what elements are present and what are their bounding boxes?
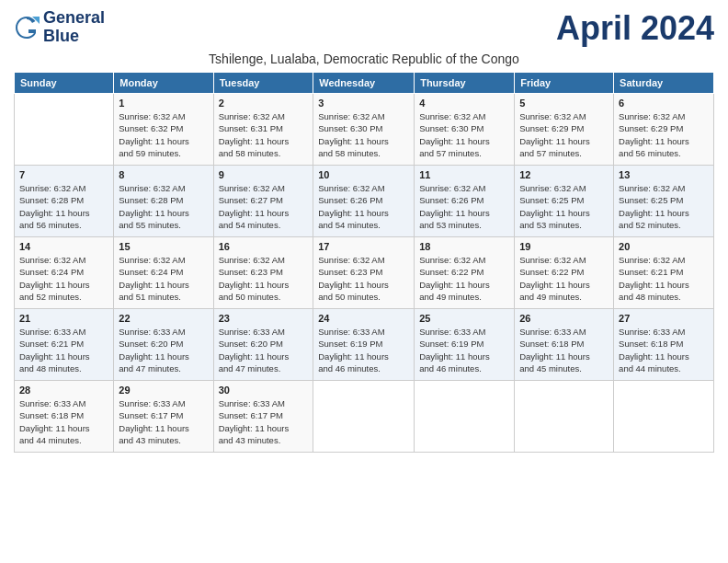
calendar-week-row: 14Sunrise: 6:32 AM Sunset: 6:24 PM Dayli… bbox=[15, 237, 714, 309]
day-number: 16 bbox=[219, 241, 309, 252]
day-number: 7 bbox=[19, 169, 108, 180]
day-info: Sunrise: 6:33 AM Sunset: 6:20 PM Dayligh… bbox=[219, 326, 309, 374]
calendar-cell bbox=[515, 381, 614, 453]
day-info: Sunrise: 6:32 AM Sunset: 6:31 PM Dayligh… bbox=[219, 110, 309, 159]
day-info: Sunrise: 6:32 AM Sunset: 6:28 PM Dayligh… bbox=[19, 182, 108, 231]
weekday-header-tuesday: Tuesday bbox=[213, 73, 313, 94]
day-info: Sunrise: 6:32 AM Sunset: 6:25 PM Dayligh… bbox=[519, 182, 609, 231]
day-number: 13 bbox=[619, 169, 709, 180]
day-number: 30 bbox=[219, 385, 309, 396]
day-info: Sunrise: 6:32 AM Sunset: 6:22 PM Dayligh… bbox=[519, 254, 609, 303]
day-info: Sunrise: 6:33 AM Sunset: 6:21 PM Dayligh… bbox=[19, 326, 108, 374]
calendar-cell: 1Sunrise: 6:32 AM Sunset: 6:32 PM Daylig… bbox=[114, 94, 213, 166]
calendar-cell: 13Sunrise: 6:32 AM Sunset: 6:25 PM Dayli… bbox=[614, 166, 714, 237]
calendar-cell: 2Sunrise: 6:32 AM Sunset: 6:31 PM Daylig… bbox=[213, 94, 313, 166]
calendar-cell: 30Sunrise: 6:33 AM Sunset: 6:17 PM Dayli… bbox=[213, 381, 313, 453]
day-info: Sunrise: 6:32 AM Sunset: 6:32 PM Dayligh… bbox=[119, 110, 208, 159]
day-number: 5 bbox=[519, 98, 609, 109]
calendar-cell: 12Sunrise: 6:32 AM Sunset: 6:25 PM Dayli… bbox=[515, 166, 614, 237]
weekday-header-friday: Friday bbox=[515, 73, 614, 94]
day-number: 12 bbox=[519, 169, 609, 180]
calendar-cell: 21Sunrise: 6:33 AM Sunset: 6:21 PM Dayli… bbox=[15, 309, 114, 381]
logo-text: General Blue bbox=[43, 9, 105, 46]
day-number: 27 bbox=[619, 313, 709, 324]
day-number: 4 bbox=[419, 98, 509, 109]
calendar-cell: 6Sunrise: 6:32 AM Sunset: 6:29 PM Daylig… bbox=[614, 94, 714, 166]
calendar-week-row: 21Sunrise: 6:33 AM Sunset: 6:21 PM Dayli… bbox=[15, 309, 714, 381]
calendar-cell: 4Sunrise: 6:32 AM Sunset: 6:30 PM Daylig… bbox=[415, 94, 515, 166]
calendar-cell: 23Sunrise: 6:33 AM Sunset: 6:20 PM Dayli… bbox=[213, 309, 313, 381]
day-info: Sunrise: 6:32 AM Sunset: 6:22 PM Dayligh… bbox=[419, 254, 509, 303]
day-info: Sunrise: 6:32 AM Sunset: 6:24 PM Dayligh… bbox=[19, 254, 108, 303]
calendar-week-row: 28Sunrise: 6:33 AM Sunset: 6:18 PM Dayli… bbox=[15, 381, 714, 453]
day-number: 11 bbox=[419, 169, 509, 180]
day-info: Sunrise: 6:32 AM Sunset: 6:28 PM Dayligh… bbox=[119, 182, 208, 231]
weekday-header-sunday: Sunday bbox=[15, 73, 114, 94]
calendar-cell bbox=[313, 381, 415, 453]
day-info: Sunrise: 6:32 AM Sunset: 6:26 PM Dayligh… bbox=[419, 182, 509, 231]
day-number: 10 bbox=[318, 169, 409, 180]
day-info: Sunrise: 6:32 AM Sunset: 6:23 PM Dayligh… bbox=[318, 254, 409, 303]
calendar-cell: 17Sunrise: 6:32 AM Sunset: 6:23 PM Dayli… bbox=[313, 237, 415, 309]
day-info: Sunrise: 6:32 AM Sunset: 6:30 PM Dayligh… bbox=[419, 110, 509, 159]
day-number: 28 bbox=[19, 385, 108, 396]
calendar-cell bbox=[614, 381, 714, 453]
day-info: Sunrise: 6:32 AM Sunset: 6:21 PM Dayligh… bbox=[619, 254, 709, 303]
day-number: 23 bbox=[219, 313, 309, 324]
day-info: Sunrise: 6:33 AM Sunset: 6:18 PM Dayligh… bbox=[19, 397, 108, 446]
calendar-cell: 22Sunrise: 6:33 AM Sunset: 6:20 PM Dayli… bbox=[114, 309, 213, 381]
calendar-cell: 27Sunrise: 6:33 AM Sunset: 6:18 PM Dayli… bbox=[614, 309, 714, 381]
calendar-week-row: 7Sunrise: 6:32 AM Sunset: 6:28 PM Daylig… bbox=[15, 166, 714, 237]
location-title: Tshilenge, Lualaba, Democratic Republic … bbox=[14, 52, 714, 66]
day-number: 19 bbox=[519, 241, 609, 252]
calendar-cell: 9Sunrise: 6:32 AM Sunset: 6:27 PM Daylig… bbox=[213, 166, 313, 237]
day-info: Sunrise: 6:33 AM Sunset: 6:18 PM Dayligh… bbox=[619, 326, 709, 374]
calendar-cell: 24Sunrise: 6:33 AM Sunset: 6:19 PM Dayli… bbox=[313, 309, 415, 381]
day-number: 3 bbox=[318, 98, 409, 109]
day-number: 2 bbox=[219, 98, 309, 109]
calendar-cell: 19Sunrise: 6:32 AM Sunset: 6:22 PM Dayli… bbox=[515, 237, 614, 309]
calendar-cell: 18Sunrise: 6:32 AM Sunset: 6:22 PM Dayli… bbox=[415, 237, 515, 309]
day-info: Sunrise: 6:33 AM Sunset: 6:17 PM Dayligh… bbox=[219, 397, 309, 446]
header: General Blue April 2024 bbox=[14, 9, 714, 48]
day-info: Sunrise: 6:32 AM Sunset: 6:27 PM Dayligh… bbox=[219, 182, 309, 231]
weekday-header-thursday: Thursday bbox=[415, 73, 515, 94]
calendar-cell bbox=[415, 381, 515, 453]
day-info: Sunrise: 6:32 AM Sunset: 6:26 PM Dayligh… bbox=[318, 182, 409, 231]
day-number: 18 bbox=[419, 241, 509, 252]
day-number: 25 bbox=[419, 313, 509, 324]
calendar-cell: 10Sunrise: 6:32 AM Sunset: 6:26 PM Dayli… bbox=[313, 166, 415, 237]
day-info: Sunrise: 6:33 AM Sunset: 6:19 PM Dayligh… bbox=[318, 326, 409, 374]
day-number: 22 bbox=[119, 313, 208, 324]
day-number: 26 bbox=[519, 313, 609, 324]
day-number: 20 bbox=[619, 241, 709, 252]
day-info: Sunrise: 6:32 AM Sunset: 6:24 PM Dayligh… bbox=[119, 254, 208, 303]
day-info: Sunrise: 6:33 AM Sunset: 6:20 PM Dayligh… bbox=[119, 326, 208, 374]
calendar-cell: 15Sunrise: 6:32 AM Sunset: 6:24 PM Dayli… bbox=[114, 237, 213, 309]
logo-icon bbox=[14, 15, 40, 40]
day-number: 6 bbox=[619, 98, 709, 109]
calendar-week-row: 1Sunrise: 6:32 AM Sunset: 6:32 PM Daylig… bbox=[15, 94, 714, 166]
calendar-cell: 7Sunrise: 6:32 AM Sunset: 6:28 PM Daylig… bbox=[15, 166, 114, 237]
calendar-cell: 20Sunrise: 6:32 AM Sunset: 6:21 PM Dayli… bbox=[614, 237, 714, 309]
day-number: 15 bbox=[119, 241, 208, 252]
day-info: Sunrise: 6:32 AM Sunset: 6:30 PM Dayligh… bbox=[318, 110, 409, 159]
calendar-cell: 25Sunrise: 6:33 AM Sunset: 6:19 PM Dayli… bbox=[415, 309, 515, 381]
month-title: April 2024 bbox=[556, 9, 714, 48]
day-number: 21 bbox=[19, 313, 108, 324]
weekday-header-row: SundayMondayTuesdayWednesdayThursdayFrid… bbox=[15, 73, 714, 94]
day-number: 24 bbox=[318, 313, 409, 324]
calendar-cell: 14Sunrise: 6:32 AM Sunset: 6:24 PM Dayli… bbox=[15, 237, 114, 309]
calendar-cell bbox=[15, 94, 114, 166]
calendar-cell: 5Sunrise: 6:32 AM Sunset: 6:29 PM Daylig… bbox=[515, 94, 614, 166]
day-info: Sunrise: 6:32 AM Sunset: 6:29 PM Dayligh… bbox=[519, 110, 609, 159]
day-info: Sunrise: 6:33 AM Sunset: 6:17 PM Dayligh… bbox=[119, 397, 208, 446]
calendar-table: SundayMondayTuesdayWednesdayThursdayFrid… bbox=[14, 72, 714, 453]
calendar-cell: 29Sunrise: 6:33 AM Sunset: 6:17 PM Dayli… bbox=[114, 381, 213, 453]
day-number: 29 bbox=[119, 385, 208, 396]
weekday-header-wednesday: Wednesday bbox=[313, 73, 415, 94]
day-info: Sunrise: 6:32 AM Sunset: 6:29 PM Dayligh… bbox=[619, 110, 709, 159]
calendar-cell: 3Sunrise: 6:32 AM Sunset: 6:30 PM Daylig… bbox=[313, 94, 415, 166]
weekday-header-saturday: Saturday bbox=[614, 73, 714, 94]
calendar-cell: 28Sunrise: 6:33 AM Sunset: 6:18 PM Dayli… bbox=[15, 381, 114, 453]
